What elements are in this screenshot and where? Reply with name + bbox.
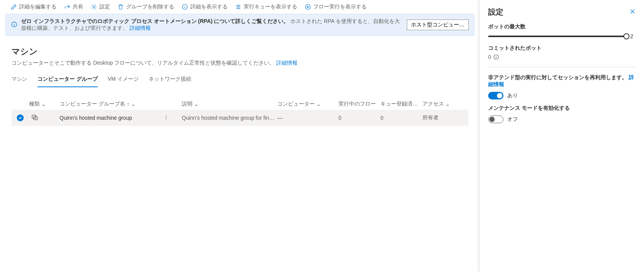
col-description-label: 説明 bbox=[182, 101, 193, 107]
col-queued-label: キュー登録済… bbox=[380, 101, 418, 107]
reuse-sessions-toggle-label: あり bbox=[507, 92, 518, 99]
col-name[interactable]: コンピューター グループ名 ↑ ⌄ bbox=[57, 101, 180, 107]
list-icon bbox=[235, 4, 241, 10]
tab-vm-images[interactable]: VM イメージ bbox=[108, 73, 139, 87]
edit-details-label: 詳細を編集する bbox=[19, 3, 57, 10]
reuse-sessions-label: 非アテンド型の実行に対してセッションを再利用します。 詳細情報 bbox=[488, 74, 636, 88]
row-selected-checkbox[interactable] bbox=[17, 114, 24, 121]
col-name-label: コンピューター グループ名 bbox=[60, 101, 125, 107]
command-bar: 詳細を編集する 共有 設定 グループを削除する 詳細を表示する bbox=[0, 0, 480, 14]
max-bots-label: ボットの最大数 bbox=[488, 23, 636, 30]
committed-bots-label: コミットされたボット bbox=[488, 45, 636, 52]
table-row[interactable]: Quinn's hosted machine group Quinn's hos… bbox=[11, 110, 468, 126]
settings-button[interactable]: 設定 bbox=[88, 2, 113, 12]
show-flow-runs-button[interactable]: フロー実行を表示する bbox=[302, 2, 370, 12]
row-description: Quinn's hosted machine group for financ… bbox=[180, 115, 275, 121]
svg-point-6 bbox=[166, 116, 167, 116]
tab-computer-groups[interactable]: コンピューター グループ bbox=[37, 73, 98, 87]
page-subtitle-text: コンピューターとそこで動作する Desktop フローについて、リアルタイム正常… bbox=[11, 60, 275, 66]
chevron-down-icon: ⌄ bbox=[41, 101, 46, 107]
show-queue-button[interactable]: 実行キューを表示する bbox=[232, 2, 300, 12]
page-subtitle: コンピューターとそこで動作する Desktop フローについて、リアルタイム正常… bbox=[11, 60, 468, 67]
banner-bold-text: ゼロ インフラストラクチャでのロボティック プロセス オートメーション (RPA… bbox=[21, 18, 289, 24]
col-description[interactable]: 説明 ⌄ bbox=[180, 101, 275, 107]
banner-text: ゼロ インフラストラクチャでのロボティック プロセス オートメーション (RPA… bbox=[21, 18, 403, 32]
col-access-label: アクセス bbox=[422, 101, 444, 107]
tab-network-connections[interactable]: ネットワーク接続 bbox=[149, 73, 191, 87]
svg-point-7 bbox=[166, 117, 167, 118]
info-banner: ゼロ インフラストラクチャでのロボティック プロセス オートメーション (RPA… bbox=[5, 14, 474, 36]
col-computers-label: コンピューター bbox=[277, 101, 315, 107]
max-bots-slider[interactable] bbox=[488, 36, 626, 37]
groups-table: 種類 ⌄ コンピューター グループ名 ↑ ⌄ 説明 ⌄ コンピューター ⌄ 実行… bbox=[11, 98, 468, 126]
chevron-down-icon: ⌄ bbox=[316, 101, 321, 107]
reuse-sessions-toggle[interactable] bbox=[488, 92, 503, 99]
trash-icon bbox=[118, 4, 124, 10]
show-details-label: 詳細を表示する bbox=[190, 3, 228, 10]
machine-group-icon bbox=[27, 114, 57, 122]
share-button[interactable]: 共有 bbox=[61, 2, 86, 12]
sort-ascending-icon: ↑ bbox=[127, 101, 129, 107]
svg-point-2 bbox=[306, 5, 311, 10]
flow-run-icon bbox=[305, 4, 311, 10]
max-bots-section: ボットの最大数 2 bbox=[488, 23, 636, 39]
chevron-down-icon: ⌄ bbox=[194, 101, 199, 107]
svg-point-0 bbox=[93, 6, 95, 8]
maintenance-mode-label: メンテナンス モードを有効化する bbox=[488, 105, 636, 112]
row-queued: 0 bbox=[378, 115, 420, 121]
info-icon[interactable] bbox=[494, 54, 499, 60]
col-computers[interactable]: コンピューター ⌄ bbox=[275, 101, 336, 107]
row-computers: — bbox=[275, 115, 336, 121]
chevron-down-icon: ⌄ bbox=[445, 101, 450, 107]
table-header-row: 種類 ⌄ コンピューター グループ名 ↑ ⌄ 説明 ⌄ コンピューター ⌄ 実行… bbox=[11, 98, 468, 110]
info-icon bbox=[11, 21, 17, 29]
maintenance-mode-toggle-label: オフ bbox=[507, 116, 518, 123]
col-running-flows-label: 実行中のフロー bbox=[338, 101, 376, 107]
committed-bots-section: コミットされたボット 0 bbox=[488, 45, 636, 60]
col-queued[interactable]: キュー登録済… bbox=[378, 101, 420, 107]
page-title: マシン bbox=[11, 46, 468, 57]
reuse-sessions-label-text: 非アテンド型の実行に対してセッションを再利用します。 bbox=[488, 74, 627, 80]
show-flow-runs-label: フロー実行を表示する bbox=[313, 3, 367, 10]
close-panel-button[interactable] bbox=[629, 8, 636, 16]
settings-label: 設定 bbox=[99, 3, 110, 10]
edit-icon bbox=[11, 4, 17, 10]
show-details-button[interactable]: 詳細を表示する bbox=[179, 2, 231, 12]
col-type[interactable]: 種類 ⌄ bbox=[27, 101, 57, 107]
hosted-computer-button[interactable]: ホスト型コンピュー… bbox=[407, 20, 469, 30]
row-more-actions-button[interactable] bbox=[162, 113, 170, 123]
banner-more-info-link[interactable]: 詳細情報 bbox=[129, 25, 151, 31]
delete-group-button[interactable]: グループを削除する bbox=[115, 2, 177, 12]
share-icon bbox=[64, 4, 70, 10]
row-access: 所有者 bbox=[420, 114, 462, 121]
share-label: 共有 bbox=[73, 3, 83, 10]
maintenance-mode-section: メンテナンス モードを有効化する オフ bbox=[488, 105, 636, 123]
page-header: マシン コンピューターとそこで動作する Desktop フローについて、リアルタ… bbox=[11, 46, 468, 67]
page-subtitle-link[interactable]: 詳細情報 bbox=[276, 60, 298, 66]
committed-bots-value: 0 bbox=[488, 54, 491, 60]
row-name: Quinn's hosted machine group bbox=[60, 115, 132, 121]
slider-thumb[interactable] bbox=[623, 33, 629, 39]
edit-details-button[interactable]: 詳細を編集する bbox=[8, 2, 60, 12]
panel-divider bbox=[488, 67, 636, 67]
col-running-flows[interactable]: 実行中のフロー bbox=[336, 101, 378, 107]
delete-group-label: グループを削除する bbox=[126, 3, 174, 10]
svg-point-8 bbox=[166, 119, 167, 119]
reuse-sessions-section: 非アテンド型の実行に対してセッションを再利用します。 詳細情報 あり bbox=[488, 74, 636, 99]
show-queue-label: 実行キューを表示する bbox=[244, 3, 297, 10]
col-type-label: 種類 bbox=[29, 101, 40, 107]
gear-icon bbox=[91, 4, 97, 10]
panel-title: 設定 bbox=[488, 7, 503, 17]
settings-panel: 設定 ボットの最大数 2 コミットされたボット 0 非アテンド型の実行に対してセ… bbox=[480, 0, 644, 272]
tab-machines[interactable]: マシン bbox=[11, 73, 28, 87]
maintenance-mode-toggle[interactable] bbox=[488, 116, 503, 123]
chevron-down-icon: ⌄ bbox=[131, 101, 136, 107]
col-access[interactable]: アクセス ⌄ bbox=[420, 101, 462, 107]
max-bots-value: 2 bbox=[630, 33, 636, 39]
tab-bar: マシン コンピューター グループ VM イメージ ネットワーク接続 bbox=[11, 73, 468, 88]
info-icon bbox=[182, 4, 188, 10]
row-running-flows: 0 bbox=[336, 115, 378, 121]
